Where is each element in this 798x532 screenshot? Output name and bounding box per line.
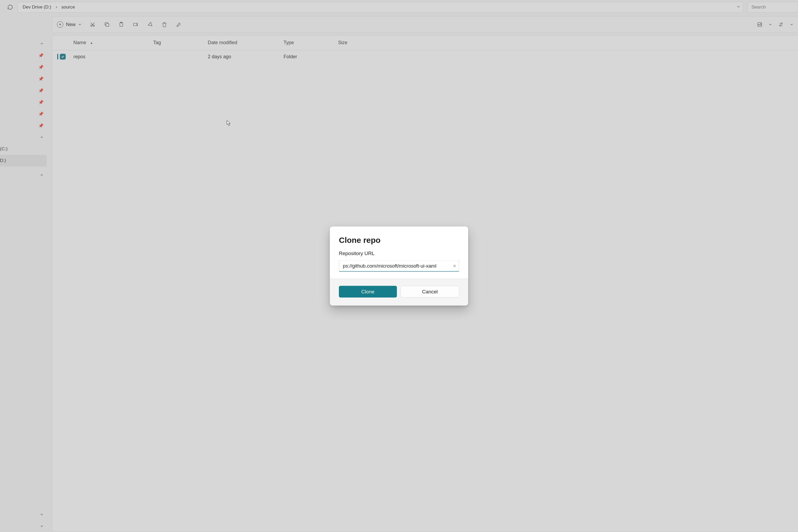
dialog-title: Clone repo bbox=[339, 236, 459, 245]
cancel-button[interactable]: Cancel bbox=[401, 286, 459, 298]
url-input-value: ps://github.com/microsoft/microsoft-ui-x… bbox=[343, 263, 437, 269]
url-input[interactable]: ps://github.com/microsoft/microsoft-ui-x… bbox=[339, 260, 459, 272]
url-label: Repository URL bbox=[339, 251, 459, 256]
clear-input-icon[interactable]: ✕ bbox=[453, 264, 456, 268]
clone-repo-dialog: Clone repo Repository URL ps://github.co… bbox=[330, 227, 468, 306]
clone-button[interactable]: Clone bbox=[339, 286, 397, 298]
